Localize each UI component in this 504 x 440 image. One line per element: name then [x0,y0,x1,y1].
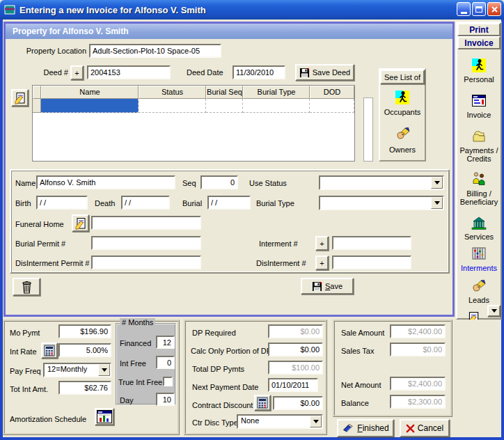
close-icon [491,6,498,13]
disinterment-permit-label: DisInterment Permit # [15,259,89,267]
disinterment-plus-button[interactable]: + [315,256,329,270]
tot-int-amt-input[interactable] [58,381,111,395]
print-invoice-button-line1[interactable]: Print [457,23,501,36]
amortization-schedule-button[interactable] [95,408,114,425]
grid-header-burial-type: Burial Type [243,86,310,99]
dropdown-arrow-icon [310,416,322,427]
save-deed-label: Save Deed [313,68,350,77]
person-walking-icon[interactable] [472,58,486,72]
int-free-input[interactable] [156,356,175,369]
contract-discount-label: Contract Discount [192,401,253,409]
grid-cell-dod[interactable] [310,99,354,113]
amortization-schedule-label: Amortization Schedule [10,415,86,423]
cancel-button[interactable]: Cancel [400,419,450,437]
maximize-button[interactable] [472,2,486,16]
interments-abacus-icon[interactable] [472,246,486,260]
minimize-button[interactable] [457,2,471,16]
delete-button[interactable] [13,278,40,296]
chart-window-icon [97,410,112,423]
grid-cell-status[interactable] [139,99,206,113]
funeral-home-label: Funeral Home [15,220,64,228]
birth-input[interactable] [36,196,88,210]
seq-input[interactable] [200,175,238,189]
close-button[interactable] [487,2,501,16]
balance-label: Balance [341,399,369,407]
deed-plus-button[interactable]: + [70,65,84,80]
burial-type-label: Burial Type [256,199,294,207]
interment-label: Interment # [259,239,298,248]
grid-header-dod: DOD [310,86,354,99]
calc-only-portion-label: Calc Only Portion of DP [191,347,271,355]
edit-note-icon [14,92,26,104]
true-int-free-checkbox[interactable] [163,377,173,386]
name-input[interactable] [36,175,175,189]
pay-freq-combo[interactable]: 12=Monthly [43,363,111,377]
owners-hand-icon[interactable] [395,127,411,141]
contract-discount-input[interactable] [273,396,323,410]
calculator-icon [257,397,268,409]
sidebar-item-leads[interactable]: Leads [456,296,502,304]
grid-scrollbar[interactable] [363,97,373,162]
dp-required-label: DP Required [192,329,236,337]
deed-number-input[interactable] [87,65,171,79]
funeral-home-input[interactable] [91,216,201,230]
funeral-home-lookup-button[interactable] [72,214,89,232]
save-deed-button[interactable]: Save Deed [295,64,354,81]
deed-date-label: Deed Date [187,68,223,77]
sale-amount-input [390,324,446,338]
calc-only-portion-input[interactable] [268,343,323,356]
grid-edit-note-button[interactable] [11,89,29,107]
int-rate-input[interactable] [58,343,111,357]
burial-input[interactable] [207,196,251,210]
death-input[interactable] [121,196,170,210]
occupants-label[interactable]: Occupants [379,108,426,116]
tot-int-amt-label: Tot Int Amt. [10,385,48,393]
dropdown-arrow-icon [431,177,443,189]
interment-input[interactable] [332,236,411,250]
use-status-combo[interactable] [319,175,444,190]
window-frame-bottom [0,437,504,440]
ctr-disc-type-combo[interactable]: None [237,414,323,429]
payments-folders-icon[interactable] [472,130,486,143]
burial-label: Burial [182,199,202,207]
occupants-person-icon[interactable] [395,91,409,104]
disinterment-input[interactable] [332,256,411,269]
interment-plus-button[interactable]: + [315,236,329,251]
property-panel-header: Property for Alfonso V. Smith [6,24,452,39]
financed-input[interactable] [156,336,175,349]
sidebar-item-invoice[interactable]: Invoice [456,111,502,119]
print-invoice-button-line2[interactable]: Invoice [457,36,501,49]
grid-cell-burial-type[interactable] [243,99,310,113]
contract-discount-calculator-button[interactable] [254,395,271,411]
disinterment-permit-input[interactable] [91,256,201,269]
grid-cell-burial-seq[interactable] [206,99,243,113]
billing-people-icon[interactable] [472,171,486,187]
sidebar-item-services[interactable]: Services [456,233,502,241]
sidebar-item-billing-beneficiary[interactable]: Billing / Beneficiary [456,189,502,206]
property-location-input[interactable] [89,44,221,58]
save-button[interactable]: Save [301,278,354,294]
sidebar-item-payments-credits[interactable]: Payments / Credits [456,146,502,163]
next-payment-date-input[interactable] [268,378,318,392]
window-title: Entering a new Invoice for Alfonso V. Sm… [19,5,206,15]
cancel-label: Cancel [418,423,443,433]
deed-date-input[interactable] [233,65,285,79]
sidebar-item-personal[interactable]: Personal [456,75,502,84]
grid-cell-name[interactable] [41,99,139,113]
invoice-window-icon[interactable] [472,95,486,107]
leads-hand-icon[interactable] [471,279,487,293]
int-rate-calculator-button[interactable] [41,343,58,359]
burial-permit-input[interactable] [91,236,201,250]
see-list-header-button[interactable]: See List of [380,70,425,84]
sidebar-more-dropdown[interactable] [487,305,501,317]
grid-row-selector[interactable] [33,99,41,113]
finished-button[interactable]: Finished [337,419,394,437]
burial-type-combo[interactable] [319,196,444,210]
sidebar-item-interments[interactable]: Interments [456,264,502,272]
mo-pymt-input[interactable] [58,324,111,338]
app-icon [4,5,15,15]
day-input[interactable] [156,393,175,406]
services-building-icon[interactable] [471,216,487,230]
sales-tax-label: Sales Tax [341,347,375,355]
owners-label[interactable]: Owners [379,146,426,154]
